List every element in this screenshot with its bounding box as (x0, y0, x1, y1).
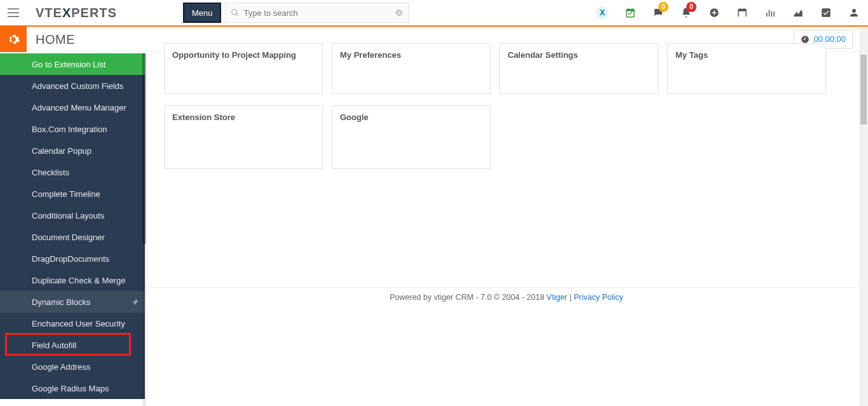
card-my-preferences[interactable]: My Preferences (332, 43, 491, 94)
calendar-icon[interactable] (728, 0, 756, 26)
content-area: Opportunity to Project Mapping My Prefer… (164, 43, 854, 180)
chevron-down-icon[interactable] (395, 8, 403, 17)
gear-icon (6, 32, 20, 46)
sidebar-item-dynamic-blocks[interactable]: Dynamic Blocks (0, 291, 145, 313)
sidebar-item-complete-timeline[interactable]: Complete Timeline (0, 183, 145, 205)
calendar-check-icon[interactable] (616, 0, 644, 26)
menu-button[interactable]: Menu (183, 3, 222, 23)
add-icon[interactable] (700, 0, 728, 26)
brand-bubble-icon[interactable]: X (588, 0, 616, 26)
sidebar-item-enhanced-security[interactable]: Enchanced User Security (0, 313, 145, 334)
hamburger-menu[interactable] (0, 0, 27, 26)
area-chart-icon[interactable] (784, 0, 812, 26)
page-scrollbar[interactable] (859, 28, 868, 406)
bar-chart-icon[interactable] (756, 0, 784, 26)
sidebar-item-field-autofill[interactable]: Field Autofill (0, 334, 145, 356)
sidebar-item-dragdrop-documents[interactable]: DragDropDocuments (0, 248, 145, 269)
chat-badge: 0 (658, 2, 668, 12)
footer-brand-link[interactable]: Vtiger (546, 293, 567, 302)
page-title: HOME (36, 33, 75, 46)
card-opportunity-mapping[interactable]: Opportunity to Project Mapping (164, 43, 323, 94)
sidebar-scrollbar[interactable] (142, 53, 146, 406)
sidebar-item-duplicate-check[interactable]: Duplicate Check & Merge (0, 269, 145, 291)
footer: Powered by vtiger CRM - 7.0 © 2004 - 201… (145, 287, 868, 302)
sidebar-item-conditional-layouts[interactable]: Conditional Layouts (0, 205, 145, 226)
timer-value: 00:00:00 (813, 34, 846, 44)
sidebar: Go to Extension List Advanced Custom Fie… (0, 53, 145, 399)
chat-icon[interactable]: 0 (644, 0, 672, 26)
sidebar-item-google-radius-maps[interactable]: Google Radius Maps (0, 377, 145, 399)
sidebar-item-document-designer[interactable]: Document Designer (0, 226, 145, 248)
card-calendar-settings[interactable]: Calendar Settings (499, 43, 658, 94)
checkbox-icon[interactable] (812, 0, 840, 26)
sidebar-item-box-integration[interactable]: Box.Com Integration (0, 118, 145, 140)
sidebar-item-calendar-popup[interactable]: Calendar Popup (0, 140, 145, 161)
card-google[interactable]: Google (332, 105, 491, 169)
bell-icon[interactable]: 0 (672, 0, 700, 26)
sidebar-item-checklists[interactable]: Checklists (0, 161, 145, 183)
sidebar-item-advanced-menu-manager[interactable]: Advanced Menu Manager (0, 97, 145, 118)
card-my-tags[interactable]: My Tags (667, 43, 826, 94)
clock-icon (801, 35, 810, 44)
sidebar-item-google-address[interactable]: Google Address (0, 356, 145, 377)
logo: VTEXPERTS (27, 6, 126, 19)
card-extension-store[interactable]: Extension Store (164, 105, 323, 169)
sidebar-item-extension-list[interactable]: Go to Extension List (0, 53, 145, 75)
search-icon (231, 8, 240, 17)
search-box[interactable] (225, 3, 409, 23)
search-input[interactable] (243, 8, 391, 18)
settings-gear-button[interactable] (0, 27, 27, 52)
pin-icon (131, 298, 139, 306)
sidebar-item-advanced-custom-fields[interactable]: Advanced Custom Fields (0, 75, 145, 97)
footer-privacy-link[interactable]: Privacy Policy (574, 293, 623, 302)
bell-badge: 0 (686, 2, 696, 12)
user-icon[interactable] (840, 0, 868, 26)
